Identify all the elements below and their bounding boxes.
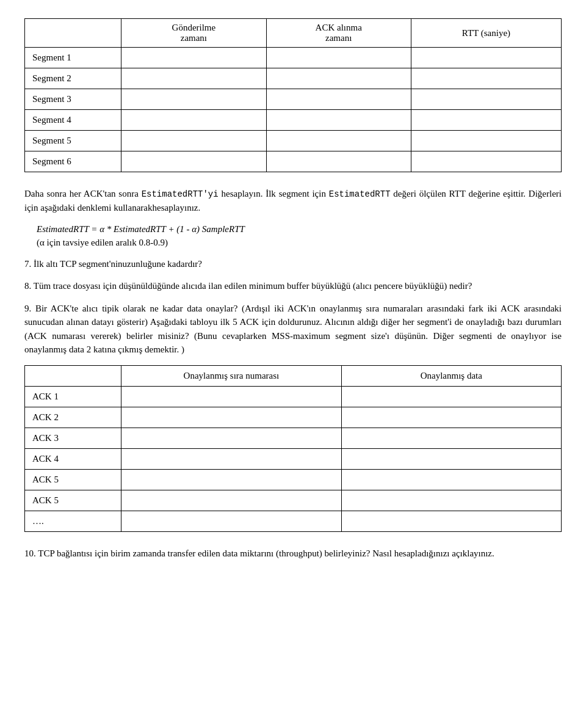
ack-ellipsis-data bbox=[341, 511, 561, 531]
q9-num: 9. bbox=[24, 304, 31, 313]
segment-4-gonderilme bbox=[121, 110, 266, 131]
table-row: ACK 3 bbox=[25, 428, 562, 448]
ack-2-label: ACK 2 bbox=[25, 407, 121, 428]
table-row: ACK 5 bbox=[25, 490, 562, 511]
col-header-rtt: RTT (saniye) bbox=[411, 19, 561, 48]
table-row: Segment 5 bbox=[25, 131, 562, 151]
ack-5b-sira bbox=[121, 490, 341, 511]
q9-text: 9. Bir ACK'te alıcı tipik olarak ne kada… bbox=[24, 302, 562, 357]
q8-num: 8. bbox=[24, 281, 31, 291]
formula-line1: EstimatedRTT = α * EstimatedRTT + (1 - α… bbox=[37, 222, 562, 236]
segment-6-gonderilme bbox=[121, 151, 266, 172]
table-row: ACK 2 bbox=[25, 407, 562, 428]
para-text-2: hesaplayın. İlk segment için bbox=[219, 189, 329, 198]
ack-col-sira: Onaylanmış sıra numarası bbox=[121, 365, 341, 386]
segment-2-ack bbox=[266, 68, 411, 89]
ack-1-data bbox=[341, 386, 561, 407]
segment-6-rtt bbox=[411, 151, 561, 172]
table-row: ACK 1 bbox=[25, 386, 562, 407]
estimated-rtt-paragraph: Daha sonra her ACK'tan sonra EstimatedRT… bbox=[24, 187, 562, 215]
segment-2-label: Segment 2 bbox=[25, 68, 121, 89]
ack-5b-label: ACK 5 bbox=[25, 490, 121, 511]
segment-1-rtt bbox=[411, 48, 561, 68]
segment-3-rtt bbox=[411, 89, 561, 110]
segment-table: Gönderilmezamanı ACK alınmazamanı RTT (s… bbox=[24, 18, 562, 172]
ack-4-sira bbox=[121, 448, 341, 469]
ack-col-data: Onaylanmış data bbox=[341, 365, 561, 386]
segment-2-rtt bbox=[411, 68, 561, 89]
ack-1-sira bbox=[121, 386, 341, 407]
segment-4-label: Segment 4 bbox=[25, 110, 121, 131]
formula-paragraph: EstimatedRTT = α * EstimatedRTT + (1 - α… bbox=[37, 222, 562, 250]
table-row: Segment 2 bbox=[25, 68, 562, 89]
segment-5-label: Segment 5 bbox=[25, 131, 121, 151]
segment-2-gonderilme bbox=[121, 68, 266, 89]
segment-5-gonderilme bbox=[121, 131, 266, 151]
ack-table: Onaylanmış sıra numarası Onaylanmış data… bbox=[24, 365, 562, 532]
ack-1-label: ACK 1 bbox=[25, 386, 121, 407]
ack-3-label: ACK 3 bbox=[25, 428, 121, 448]
col-header-gonderilme: Gönderilmezamanı bbox=[121, 19, 266, 48]
q7-body: İlk altı TCP segment'ninuzunluğune kadar… bbox=[34, 259, 202, 269]
ack-ellipsis-sira bbox=[121, 511, 341, 531]
q10-text: 10. TCP bağlantısı için birim zamanda tr… bbox=[24, 547, 562, 561]
question-7: 7. İlk altı TCP segment'ninuzunluğune ka… bbox=[24, 257, 562, 271]
ack-5a-label: ACK 5 bbox=[25, 469, 121, 490]
formula-line2: (α için tavsiye edilen aralık 0.8-0.9) bbox=[37, 236, 562, 250]
ack-2-sira bbox=[121, 407, 341, 428]
ack-4-data bbox=[341, 448, 561, 469]
table-row: ACK 5 bbox=[25, 469, 562, 490]
estimated-rtt-code-2: EstimatedRTT bbox=[329, 189, 391, 199]
ack-5b-data bbox=[341, 490, 561, 511]
segment-4-rtt bbox=[411, 110, 561, 131]
q9-body: Bir ACK'te alıcı tipik olarak ne kadar d… bbox=[24, 304, 562, 355]
table-row: …. bbox=[25, 511, 562, 531]
segment-1-gonderilme bbox=[121, 48, 266, 68]
table-row: ACK 4 bbox=[25, 448, 562, 469]
question-8: 8. Tüm trace dosyası için düşünüldüğünde… bbox=[24, 279, 562, 293]
para-text-1: Daha sonra her ACK'tan sonra bbox=[24, 189, 142, 198]
q7-num: 7. bbox=[24, 259, 31, 269]
ack-5a-sira bbox=[121, 469, 341, 490]
ack-4-label: ACK 4 bbox=[25, 448, 121, 469]
q8-text: 8. Tüm trace dosyası için düşünüldüğünde… bbox=[24, 279, 562, 293]
segment-6-ack bbox=[266, 151, 411, 172]
ack-5a-data bbox=[341, 469, 561, 490]
q10-body: TCP bağlantısı için birim zamanda transf… bbox=[38, 548, 494, 558]
table-row: Segment 4 bbox=[25, 110, 562, 131]
q10-num: 10. bbox=[24, 548, 36, 558]
col-header-ack-alinma: ACK alınmazamanı bbox=[266, 19, 411, 48]
ack-3-sira bbox=[121, 428, 341, 448]
ack-col-empty bbox=[25, 365, 121, 386]
q8-body: Tüm trace dosyası için düşünüldüğünde al… bbox=[34, 281, 472, 291]
ack-ellipsis-label: …. bbox=[25, 511, 121, 531]
ack-3-data bbox=[341, 428, 561, 448]
segment-5-rtt bbox=[411, 131, 561, 151]
segment-3-gonderilme bbox=[121, 89, 266, 110]
estimated-rtt-code-1: EstimatedRTT'yi bbox=[142, 189, 219, 199]
table-row: Segment 1 bbox=[25, 48, 562, 68]
segment-3-label: Segment 3 bbox=[25, 89, 121, 110]
segment-5-ack bbox=[266, 131, 411, 151]
segment-4-ack bbox=[266, 110, 411, 131]
segment-1-label: Segment 1 bbox=[25, 48, 121, 68]
table-row: Segment 6 bbox=[25, 151, 562, 172]
question-9: 9. Bir ACK'te alıcı tipik olarak ne kada… bbox=[24, 302, 562, 357]
col-header-empty bbox=[25, 19, 121, 48]
segment-6-label: Segment 6 bbox=[25, 151, 121, 172]
question-10: 10. TCP bağlantısı için birim zamanda tr… bbox=[24, 547, 562, 561]
ack-2-data bbox=[341, 407, 561, 428]
segment-3-ack bbox=[266, 89, 411, 110]
segment-1-ack bbox=[266, 48, 411, 68]
table-row: Segment 3 bbox=[25, 89, 562, 110]
q7-text: 7. İlk altı TCP segment'ninuzunluğune ka… bbox=[24, 257, 562, 271]
